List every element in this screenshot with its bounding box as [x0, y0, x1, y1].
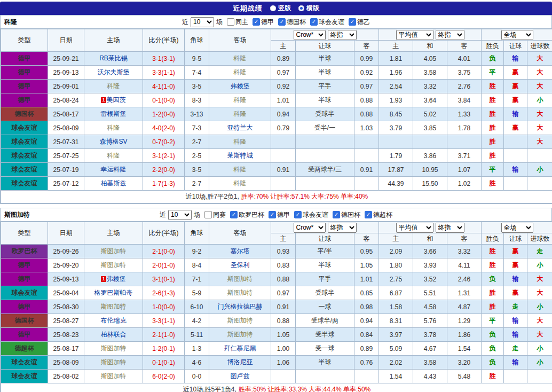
home-team-name[interactable]: 森博格SV	[99, 138, 127, 145]
away-team-name[interactable]: 斯图加特	[227, 289, 253, 296]
avg-source-select[interactable]: 平均值	[396, 223, 433, 233]
team-section: 斯图加特近10场同赛✓欧罗巴杯✓德甲✓球会友谊✓德国杯✓德超杯类型日期主场比分(…	[0, 208, 552, 392]
odds-stage-select[interactable]: 终指	[328, 223, 357, 233]
away-team-name[interactable]: 科隆	[234, 68, 247, 76]
match-row: 德甲25-08-241美因茨0-1(0-0)8-3科隆1.01半球0.881.9…	[1, 93, 552, 107]
away-team-name[interactable]: 门兴格拉德巴赫	[218, 303, 263, 310]
away-team-name[interactable]: 弗赖堡	[231, 82, 250, 90]
away-team-cell: 斯图加特	[209, 272, 271, 286]
away-team-name[interactable]: 科隆	[234, 138, 247, 145]
away-team-cell: 博洛尼亚	[209, 356, 271, 370]
filter-checkbox[interactable]: ✓德乙	[349, 18, 370, 27]
games-count-select[interactable]: 10	[168, 210, 192, 220]
league-type-badge: 德国杯	[1, 314, 48, 328]
odds-source-select[interactable]: Crow*	[294, 223, 326, 233]
home-team-cell: 柏林联合	[84, 328, 143, 342]
home-team-name[interactable]: 斯图加特	[101, 303, 127, 310]
result-handicap: 赢	[504, 286, 527, 300]
match-row: 德甲25-09-01科隆4-1(1-0)3-5弗赖堡0.92平手0.972.54…	[1, 80, 552, 93]
result-outcome: 胜	[482, 80, 504, 93]
away-team-name[interactable]: 亚特兰大	[227, 124, 253, 131]
away-team-name[interactable]: 博洛尼亚	[227, 358, 253, 366]
home-team-name[interactable]: RB莱比锡	[99, 54, 128, 62]
home-team-cell: 格罗巴斯帕奇	[84, 286, 143, 300]
away-team-name[interactable]: 科隆	[234, 166, 247, 173]
away-team-name[interactable]: 拜仁慕尼黑	[224, 344, 256, 352]
league-type-badge: 球会友谊	[1, 356, 48, 370]
away-team-name[interactable]: 科隆	[234, 179, 247, 187]
filter-checkbox[interactable]: ✓德甲	[269, 210, 290, 219]
filter-checkbox[interactable]: ✓球会友谊	[294, 210, 328, 219]
avg-away-odds: 3.20	[447, 356, 482, 370]
away-team-name[interactable]: 斯图加特	[227, 331, 253, 338]
result-handicap: 输	[504, 163, 527, 177]
away-team-name[interactable]: 科隆	[234, 54, 247, 62]
away-team-name[interactable]: 莱斯特城	[227, 152, 253, 159]
summary-stats: 胜率:70% 让胜率:57.1% 大率:75% 单率:40%	[241, 193, 368, 200]
home-team-name[interactable]: 斯图加特	[101, 247, 127, 255]
match-date: 25-08-17	[48, 342, 84, 356]
result-outcome: 负	[482, 52, 504, 66]
filter-checkbox[interactable]: 同主	[227, 18, 248, 27]
home-team-name[interactable]: 沃尔夫斯堡	[98, 68, 130, 76]
home-team-name[interactable]: 柏基斯兹	[101, 179, 127, 187]
league-type-badge: 球会友谊	[1, 286, 48, 300]
fulltime-select[interactable]: 全场	[501, 223, 533, 233]
home-team-name[interactable]: 科隆	[107, 152, 120, 159]
away-team-name[interactable]: 图卢兹	[231, 372, 250, 380]
away-team-name[interactable]: 斯图加特	[227, 275, 253, 283]
avg-home-odds: 2.75	[379, 272, 413, 286]
handicap-away-odds	[354, 177, 379, 191]
corners-cell: 6-10	[185, 300, 209, 314]
avg-away-odds: 4.11	[447, 258, 482, 272]
home-team-name[interactable]: 科隆	[107, 82, 120, 90]
avg-away-odds: 4.01	[447, 52, 482, 66]
home-team-name[interactable]: 格罗巴斯帕奇	[94, 289, 133, 296]
match-row: 德超杯25-08-17斯图加特1-2(0-1)1-3拜仁慕尼黑1.00受一球0.…	[1, 342, 552, 356]
games-count-select[interactable]: 10	[191, 17, 214, 27]
result-outcome: 胜	[482, 286, 504, 300]
avg-home-odds: 8.45	[379, 107, 413, 121]
home-team-name[interactable]: 斯图加特	[101, 344, 127, 352]
handicap-line: 一球	[296, 300, 354, 314]
home-team-name[interactable]: 弗赖堡	[107, 275, 126, 283]
odds-source-select[interactable]: Crow*	[294, 30, 326, 40]
home-team-name[interactable]: 美因茨	[107, 96, 126, 104]
filter-checkbox[interactable]: ✓德国杯	[333, 210, 360, 219]
away-team-name[interactable]: 塞尔塔	[231, 247, 250, 255]
filter-checkbox[interactable]: ✓德国杯	[278, 18, 306, 27]
league-type-badge: 球会友谊	[1, 121, 48, 135]
layout-radio-option[interactable]: 竖版	[270, 4, 291, 13]
filter-checkbox[interactable]: ✓欧罗巴杯	[230, 210, 264, 219]
avg-away-odds: 3.32	[447, 245, 482, 258]
corners-cell: 9-5	[185, 52, 209, 66]
avg-source-select[interactable]: 平均值	[396, 30, 433, 40]
match-date: 25-08-17	[48, 107, 84, 121]
odds-stage-select[interactable]: 终指	[328, 30, 357, 40]
avg-home-odds: 3.97	[379, 328, 413, 342]
avg-stage-select[interactable]: 终指	[436, 223, 464, 233]
home-team-name[interactable]: 斯图加特	[101, 372, 127, 380]
topbar: 近期战绩 竖版横版	[0, 2, 552, 15]
home-team-name[interactable]: 幸运科隆	[101, 166, 127, 173]
fulltime-select[interactable]: 全场	[501, 30, 533, 40]
handicap-away-odds: 0.94	[354, 314, 379, 328]
away-team-name[interactable]: 科隆	[234, 110, 247, 117]
avg-stage-select[interactable]: 终指	[436, 30, 464, 40]
filter-checkbox[interactable]: 同赛	[204, 210, 226, 219]
filter-checkbox[interactable]: ✓球会友谊	[310, 18, 344, 27]
home-team-name[interactable]: 斯图加特	[101, 261, 127, 269]
away-team-name[interactable]: 圣保利	[231, 261, 250, 269]
home-team-name[interactable]: 布伦瑞克	[101, 317, 127, 324]
result-handicap: 输	[504, 52, 527, 66]
filter-checkbox[interactable]: ✓德甲	[253, 18, 274, 27]
filter-checkbox[interactable]: ✓德超杯	[365, 210, 392, 219]
away-team-name[interactable]: 斯图加特	[227, 317, 253, 324]
home-team-name[interactable]: 柏林联合	[101, 331, 127, 338]
home-team-name[interactable]: 斯图加特	[101, 358, 127, 366]
away-team-cell: 科隆	[209, 66, 271, 80]
away-team-name[interactable]: 科隆	[234, 96, 247, 104]
home-team-name[interactable]: 科隆	[107, 124, 120, 131]
home-team-name[interactable]: 雷根斯堡	[101, 110, 127, 117]
layout-radio-option[interactable]: 横版	[298, 4, 319, 13]
